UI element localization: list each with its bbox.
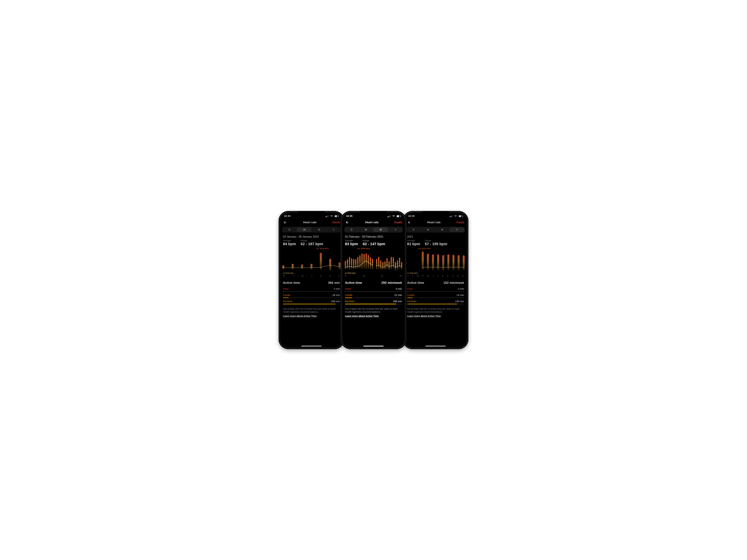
- status-icons: [325, 214, 339, 218]
- range-label: Range: [301, 239, 323, 242]
- range-segmented-control[interactable]: DWMY: [344, 227, 403, 232]
- learn-more-link[interactable]: Learn more about Active Time: [404, 314, 467, 318]
- range-segmented-control[interactable]: DWMY: [282, 227, 341, 232]
- segment-w[interactable]: W: [421, 227, 435, 232]
- segment-y[interactable]: Y: [450, 227, 464, 232]
- svg-rect-21: [387, 217, 388, 217]
- segment-d[interactable]: D: [282, 227, 297, 232]
- svg-rect-1: [326, 216, 327, 217]
- svg-rect-84: [451, 215, 452, 217]
- summary-header: 03 January - 09 January 2022 Average84 b…: [280, 233, 343, 247]
- heart-rate-chart[interactable]: 147 BPM MAX .maxpos-month{margin-left:71…: [342, 247, 405, 277]
- segment-d[interactable]: D: [406, 227, 421, 232]
- segment-w[interactable]: W: [297, 227, 311, 232]
- svg-rect-30: [349, 257, 350, 269]
- home-indicator[interactable]: [363, 346, 384, 347]
- cellular-icon: [449, 215, 453, 217]
- svg-point-68: [372, 265, 373, 265]
- status-icons: [448, 214, 463, 218]
- svg-rect-12: [329, 259, 331, 271]
- chart-min-label: 62 BPM MIN: [283, 272, 340, 274]
- chart-max-label: 195 BPM MAX: [418, 248, 464, 250]
- average-value: 84 bpm: [283, 242, 296, 246]
- svg-rect-44: [380, 260, 381, 270]
- active-row-fatburn: Fat burn135 min: [404, 298, 467, 304]
- page-title: Heart rate: [303, 221, 316, 224]
- row-label-cardio: Cardio: [345, 294, 353, 297]
- svg-point-15: [292, 267, 293, 268]
- svg-point-98: [422, 267, 423, 268]
- x-tick: S: [338, 275, 340, 277]
- back-button[interactable]: [283, 220, 287, 225]
- segment-y[interactable]: Y: [388, 227, 403, 232]
- row-label-peak: Peak: [283, 287, 289, 290]
- segment-y[interactable]: Y: [326, 227, 341, 232]
- learn-more-link[interactable]: Learn more about Active Time: [342, 314, 405, 318]
- row-bar-peak: [345, 291, 402, 292]
- segment-m[interactable]: M: [312, 227, 326, 232]
- active-time-header: Active time 366 min: [280, 277, 343, 286]
- svg-rect-94: [447, 254, 449, 270]
- heart-rate-chart[interactable]: 187 BPM MAX .maxpos-week{margin-left:196…: [280, 247, 343, 277]
- range-segmented-control[interactable]: DWMY: [406, 227, 465, 232]
- svg-point-103: [448, 267, 449, 268]
- goals-button[interactable]: Goals: [332, 221, 340, 224]
- range-value: 62 - 147 bpm: [363, 242, 385, 246]
- heart-rate-chart[interactable]: 195 BPM MAX .maxpos-year{margin-left:63.…: [404, 247, 467, 277]
- segment-m[interactable]: M: [374, 227, 388, 232]
- home-indicator[interactable]: [426, 346, 446, 347]
- svg-point-63: [362, 263, 362, 264]
- svg-point-19: [330, 265, 331, 265]
- x-tick: 11: [363, 275, 365, 277]
- row-bar-peak: [283, 291, 340, 292]
- row-bar-fatburn: [345, 304, 402, 304]
- svg-rect-2: [327, 215, 328, 217]
- recommendation-text: Get at least 150 min of active time per …: [342, 304, 405, 314]
- back-button[interactable]: [345, 220, 350, 225]
- home-indicator[interactable]: [301, 346, 321, 347]
- x-tick: F: [412, 275, 413, 277]
- svg-rect-51: [395, 262, 396, 271]
- learn-more-link[interactable]: Learn more about Active Time: [280, 314, 343, 318]
- svg-point-71: [380, 266, 381, 267]
- recommendation-text: Get at least 150 min of active time per …: [280, 304, 343, 314]
- goals-button[interactable]: Goals: [394, 221, 402, 224]
- svg-point-17: [311, 267, 312, 268]
- active-row-peak: Peak2 min: [280, 286, 343, 292]
- x-tick: T: [293, 275, 294, 277]
- svg-point-77: [393, 265, 394, 265]
- phone-frame-month: 18:35 Heart rate Goals DWMY 01 February …: [341, 211, 406, 349]
- device-mockup-stage: 18:35 Heart rate Goals DWMY 03 January -…: [0, 0, 747, 560]
- chart-min-label: 62 BPM MIN: [345, 272, 402, 274]
- row-bar-cardio: [345, 298, 402, 298]
- page-title: Heart rate: [365, 221, 379, 224]
- x-tick: S: [329, 275, 331, 277]
- battery-icon: [459, 215, 463, 217]
- segment-w[interactable]: W: [359, 227, 373, 232]
- average-value: 81 bpm: [407, 242, 420, 246]
- svg-rect-50: [393, 257, 394, 268]
- svg-point-57: [349, 266, 350, 267]
- active-row-cardio: Cardio22 min: [342, 292, 405, 298]
- row-label-fatburn: Fat burn: [283, 300, 292, 303]
- segment-d[interactable]: D: [344, 227, 359, 232]
- svg-point-55: [345, 267, 346, 268]
- recommendation-text: Get at least 150 min of active time per …: [404, 304, 467, 314]
- active-time-label: Active time: [283, 281, 300, 285]
- svg-rect-85: [452, 215, 453, 217]
- svg-point-75: [389, 266, 389, 267]
- svg-rect-10: [310, 263, 312, 269]
- svg-point-74: [387, 264, 387, 265]
- back-button[interactable]: [407, 220, 411, 225]
- arrow-left-icon: [283, 221, 287, 224]
- active-time-header: Active time 292 min/week: [342, 277, 405, 286]
- average-label: Average: [407, 239, 420, 242]
- svg-point-106: [463, 267, 464, 268]
- summary-header: 2021 Average81 bpm Range57 - 195 bpm: [404, 233, 467, 247]
- svg-rect-46: [384, 261, 386, 270]
- goals-button[interactable]: Goals: [457, 221, 464, 224]
- range-label: Range: [363, 239, 385, 242]
- svg-rect-54: [401, 262, 402, 270]
- svg-point-14: [283, 267, 284, 268]
- segment-m[interactable]: M: [435, 227, 449, 232]
